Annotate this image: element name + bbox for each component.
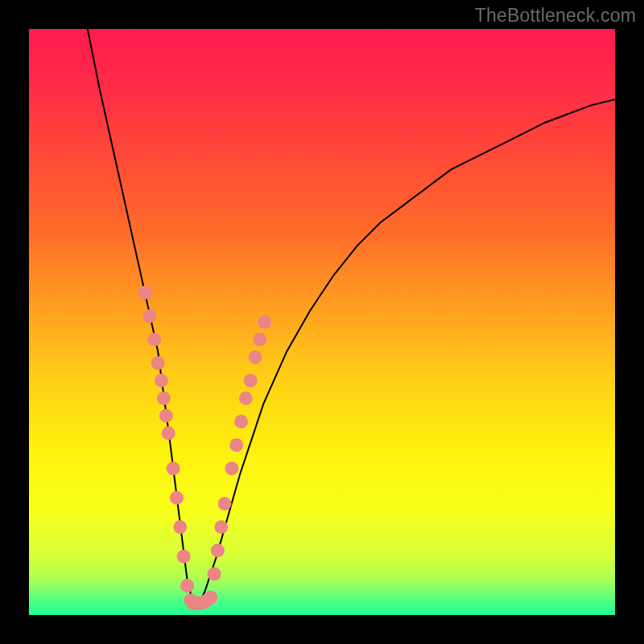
chart-frame: TheBottleneck.com [0, 0, 644, 644]
data-dot [159, 409, 173, 423]
data-dot [180, 579, 194, 592]
data-dot [244, 374, 258, 387]
data-dot [239, 391, 253, 405]
data-dot [177, 550, 191, 564]
data-dot [173, 520, 187, 534]
data-dot [214, 520, 228, 534]
data-dot [147, 332, 161, 346]
data-dot [157, 391, 171, 405]
data-dot [167, 462, 180, 476]
data-dot [211, 543, 225, 557]
curve-layer [29, 29, 615, 615]
data-dot [229, 438, 243, 452]
data-dot [218, 497, 232, 510]
data-dot [162, 427, 175, 440]
data-dot [142, 309, 156, 323]
data-dot [155, 374, 168, 387]
data-dot [138, 286, 152, 299]
data-dot [225, 462, 238, 476]
plot-area [29, 29, 615, 615]
data-dot [249, 350, 262, 364]
data-dots [138, 286, 272, 610]
data-dot [204, 591, 217, 605]
data-dot [170, 491, 184, 505]
data-dot [151, 356, 165, 369]
bottleneck-curve [88, 29, 615, 603]
data-dot [253, 332, 266, 346]
watermark-text: TheBottleneck.com [475, 5, 636, 27]
data-dot [234, 415, 248, 428]
data-dot [258, 316, 271, 329]
data-dot [208, 568, 221, 581]
